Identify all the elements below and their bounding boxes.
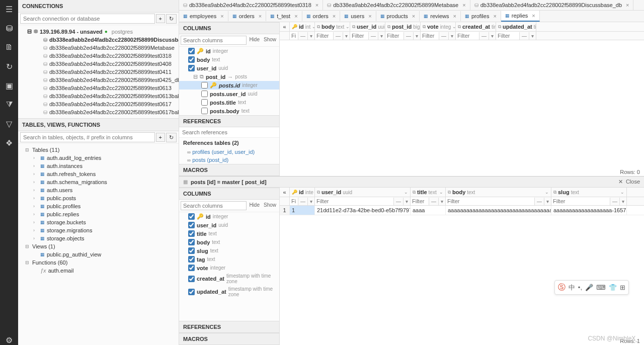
show-button-lower[interactable]: Show	[262, 201, 278, 210]
filter-clear-button[interactable]: —	[519, 32, 529, 40]
top-tab[interactable]: ⛁db338ea9abb2ed4fadb2cc228002f58899test0…	[179, 0, 323, 10]
filter-clear-button[interactable]: —	[404, 32, 413, 40]
table-item[interactable]: ›▦auth.instances	[18, 162, 179, 170]
close-icon[interactable]: ×	[259, 13, 262, 19]
triangle-icon[interactable]: ▽	[4, 119, 14, 129]
column-header[interactable]: 🔑idint⌄	[290, 22, 315, 31]
column-header[interactable]: ⧉bodytext⌄	[315, 22, 350, 31]
tables-search[interactable]	[20, 132, 155, 142]
filter-input[interactable]	[315, 197, 393, 205]
grid-corner[interactable]: «	[280, 22, 290, 31]
fk-column-item[interactable]: posts.user_iduuid	[179, 90, 279, 98]
table-item[interactable]: ›▦storage.migrations	[18, 226, 179, 234]
sub-tab[interactable]: ▦t_test×	[266, 11, 302, 21]
filter-input[interactable]	[411, 197, 429, 205]
filter-clear-button[interactable]: —	[298, 32, 307, 40]
chevron-down-icon[interactable]: ⌄	[439, 190, 443, 195]
filter-menu-button[interactable]: ▾	[343, 32, 350, 40]
column-checkbox[interactable]	[188, 247, 195, 254]
column-checkbox[interactable]	[188, 213, 195, 220]
top-tab[interactable]: ⛁db338ea9abb2ed4fadb2cc228002f58899Metab…	[323, 0, 470, 10]
connection-host[interactable]: ⊟ ⛃ 139.196.89.94 - unsaved ● postgres	[18, 27, 179, 36]
table-cell[interactable]: 1	[280, 206, 290, 215]
column-header[interactable]: ⧉user_iduuid⌄	[350, 22, 385, 31]
sub-tab[interactable]: ▦products×	[376, 11, 420, 21]
filter-clear-button[interactable]: —	[298, 198, 307, 205]
column-item[interactable]: slugtext	[179, 246, 279, 255]
filter-input[interactable]	[385, 32, 404, 40]
refresh-tables-button[interactable]: ↻	[166, 133, 177, 142]
database-item[interactable]: ⛁db338ea9abb2ed4fadb2cc228002f58899Metab…	[18, 44, 179, 52]
column-header[interactable]: ⧉user_iduuid⌄	[315, 188, 411, 197]
filter-menu-button[interactable]: ▾	[438, 198, 445, 205]
chevron-down-icon[interactable]: ⌄	[620, 190, 624, 195]
view-item[interactable]: ▦public.pg_authid_view	[18, 250, 179, 258]
column-header[interactable]: ⧉post_idbig⌄	[385, 22, 421, 31]
filter-input[interactable]	[290, 32, 298, 40]
column-checkbox[interactable]	[188, 256, 195, 263]
sub-tab[interactable]: ▦users×	[340, 11, 376, 21]
column-item[interactable]: bodytext	[179, 55, 279, 64]
archive-icon[interactable]: ▣	[4, 80, 14, 91]
database-item[interactable]: ⛁db338ea9abb2ed4fadb2cc228002f58899test0…	[18, 52, 179, 60]
table-cell[interactable]: aaaaaaaaaaaaaaaaaaa-165750315	[551, 206, 627, 215]
sub-tab[interactable]: ▦employees×	[179, 11, 228, 21]
table-item[interactable]: ›▦storage.buckets	[18, 218, 179, 226]
close-icon[interactable]: ×	[220, 13, 223, 19]
filter-clear-button[interactable]: —	[333, 32, 343, 40]
table-item[interactable]: ›▦public.profiles	[18, 202, 179, 210]
column-header[interactable]: 🔑idinte⌄	[290, 188, 315, 197]
filter-menu-button[interactable]: ▾	[448, 32, 455, 40]
close-icon[interactable]: ×	[462, 2, 465, 8]
filter-menu-button[interactable]: ▾	[544, 198, 551, 205]
references-search[interactable]	[179, 127, 279, 138]
filter-input[interactable]	[496, 32, 519, 40]
functions-folder[interactable]: ⊟Functions (60)	[18, 258, 179, 267]
database-item[interactable]: ⛁db338ea9abb2ed4fadb2cc228002f58899test0…	[18, 76, 179, 84]
close-icon[interactable]: ×	[626, 2, 629, 8]
column-checkbox[interactable]	[188, 265, 195, 271]
fk-column-item[interactable]: posts.bodytext	[179, 107, 279, 115]
filter-menu-button[interactable]: ▾	[403, 198, 410, 205]
database-item[interactable]: ⛁db338ea9abb2ed4fadb2cc228002f58899test0…	[18, 68, 179, 76]
add-connection-button[interactable]: +	[156, 14, 165, 23]
close-icon[interactable]: ×	[368, 13, 371, 19]
refresh-connection-button[interactable]: ↻	[166, 14, 177, 24]
filter-clear-button[interactable]: —	[534, 198, 544, 205]
filter-clear-button[interactable]: —	[439, 32, 448, 40]
filter-menu-button[interactable]: ▾	[307, 32, 314, 40]
column-checkbox[interactable]	[188, 56, 195, 63]
filter-clear-button[interactable]: —	[429, 198, 438, 205]
database-item[interactable]: ⛁db338ea9abb2ed4fadb2cc228002f58899test0…	[18, 84, 179, 92]
sub-tab[interactable]: ▦orders×	[302, 11, 341, 21]
database-item[interactable]: ⛁db338ea9abb2ed4fadb2cc228002f58899Discu…	[18, 36, 179, 44]
column-item[interactable]: voteinteger	[179, 264, 279, 272]
table-item[interactable]: ›▦public.replies	[18, 210, 179, 218]
table-item[interactable]: ›▦storage.objects	[18, 234, 179, 242]
filter-menu-button[interactable]: ▾	[489, 32, 496, 40]
layers-icon[interactable]: ❖	[4, 138, 14, 148]
table-cell[interactable]: 1	[290, 206, 315, 215]
table-row[interactable]: 1121dd11e2-d73a-42be-bed0-e5b7f97972b9aa…	[280, 206, 644, 215]
mic-icon[interactable]: 🎤	[585, 284, 593, 291]
database-item[interactable]: ⛁db338ea9abb2ed4fadb2cc228002f58899test0…	[18, 100, 179, 108]
filter-menu-button[interactable]: ▾	[529, 32, 536, 40]
menu-icon[interactable]: ☰	[4, 4, 14, 14]
column-item[interactable]: 🔑idinteger	[179, 212, 279, 221]
column-checkbox[interactable]	[188, 230, 195, 237]
database-item[interactable]: ⛁db338ea9abb2ed4fadb2cc228002f58899test0…	[18, 92, 179, 100]
column-checkbox[interactable]	[201, 108, 208, 114]
table-item[interactable]: ›▦auth.users	[18, 186, 179, 194]
views-folder[interactable]: ⊟Views (1)	[18, 242, 179, 250]
column-item[interactable]: bodytext	[179, 238, 279, 246]
reference-link[interactable]: ∞posts (post_id)	[179, 156, 279, 164]
close-detail-button[interactable]: ✕ Close	[618, 179, 640, 185]
column-checkbox[interactable]	[188, 222, 195, 228]
sub-tab[interactable]: ▦profiles×	[461, 11, 501, 21]
close-icon[interactable]: ×	[412, 13, 415, 19]
filter-clear-button[interactable]: —	[368, 32, 378, 40]
column-header[interactable]: ⧉slugtext⌄	[551, 188, 627, 197]
column-item[interactable]: user_iduuid	[179, 221, 279, 229]
filter-input[interactable]	[315, 32, 333, 40]
file-icon[interactable]: 🗎	[4, 42, 14, 52]
